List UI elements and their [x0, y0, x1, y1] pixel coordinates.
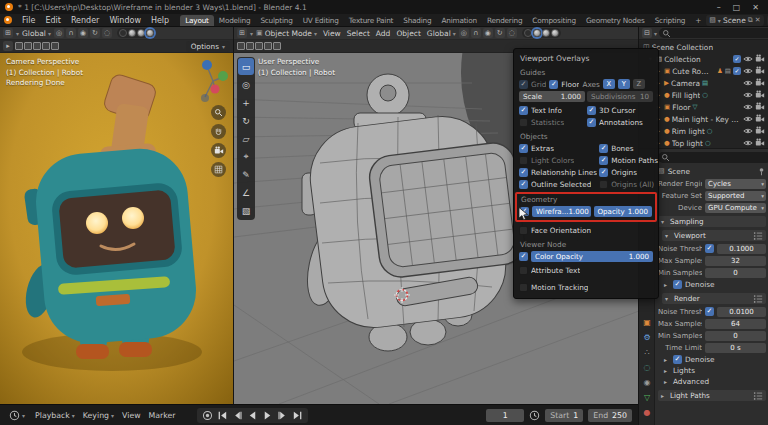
camera-view-icon[interactable]: [211, 143, 226, 158]
subdivisions-slider[interactable]: Subdivisions10: [587, 91, 653, 102]
constraints-tab[interactable]: ◉: [640, 376, 654, 389]
viewport-menu-object[interactable]: Object: [393, 29, 423, 38]
annotate-tool[interactable]: ✎: [238, 166, 254, 183]
menu-help[interactable]: Help: [146, 16, 174, 25]
workspace-tab-compositing[interactable]: Compositing: [527, 15, 581, 26]
workspace-tab-animation[interactable]: Animation: [436, 15, 481, 26]
max-samples-field[interactable]: 64: [705, 319, 766, 329]
maximize-button[interactable]: □: [733, 3, 741, 12]
outliner-search[interactable]: [659, 28, 768, 38]
camera-restriction-icon[interactable]: [755, 78, 765, 88]
play-reverse-button[interactable]: [246, 409, 259, 422]
particles-tab[interactable]: ∴: [640, 346, 654, 359]
timeline-menu-keying[interactable]: Keying▾: [80, 411, 117, 420]
modifiers-tab[interactable]: ⚙: [640, 331, 654, 344]
attribute-text-checkbox[interactable]: [519, 266, 528, 275]
prev-keyframe-button[interactable]: [231, 409, 244, 422]
gizmo-icon[interactable]: ↻: [495, 28, 505, 38]
mode-dropdown[interactable]: ▣ Object Mode▾: [256, 29, 317, 38]
workspace-tab-layout[interactable]: Layout: [180, 15, 214, 26]
editor-type-icon[interactable]: ⊞: [3, 28, 13, 38]
workspace-tab-modeling[interactable]: Modeling: [214, 15, 256, 26]
scene-selector[interactable]: ▧ ▾ Scene ⧉ ✕: [706, 15, 763, 26]
physics-tab[interactable]: ◌: [640, 361, 654, 374]
preset-icon[interactable]: [753, 391, 763, 401]
menu-render[interactable]: Render: [66, 16, 104, 25]
wireframe-shading-button[interactable]: [524, 29, 532, 37]
pin-icon[interactable]: [757, 167, 766, 176]
viewport-menu-select[interactable]: Select: [344, 29, 373, 38]
max-samples-field[interactable]: 32: [705, 256, 766, 266]
workspace-tab-rendering[interactable]: Rendering: [482, 15, 527, 26]
object-tab[interactable]: ▣: [640, 316, 654, 329]
gizmo-icon[interactable]: ↻: [90, 28, 100, 38]
opacity-slider[interactable]: Opacity1.000: [594, 206, 653, 217]
axis-y-button[interactable]: Y: [618, 79, 630, 89]
outliner-search-input[interactable]: [673, 29, 768, 37]
camera-restriction-icon[interactable]: [755, 138, 765, 148]
eye-icon[interactable]: [743, 78, 753, 88]
relationship-lines-checkbox[interactable]: ✓: [519, 168, 528, 177]
solid-shading-button[interactable]: [128, 29, 136, 37]
noise-thresh--field[interactable]: 0.0100: [717, 307, 766, 317]
row-denoise[interactable]: ▸✓Denoise: [658, 354, 766, 365]
outline-selected-checkbox[interactable]: ✓: [519, 180, 528, 189]
select-intersect-icon[interactable]: [51, 42, 59, 50]
workspace-tab-sculpting[interactable]: Sculpting: [255, 15, 297, 26]
axis-x-button[interactable]: X: [603, 79, 615, 89]
extras-checkbox[interactable]: ✓: [519, 144, 528, 153]
noise-thresh--checkbox[interactable]: ✓: [705, 244, 714, 253]
floor-checkbox[interactable]: ✓: [549, 80, 558, 89]
noise-thresh--field[interactable]: 0.1000: [717, 244, 766, 254]
transform-tool[interactable]: ⌖: [238, 148, 254, 165]
snap-magnet-icon[interactable]: ∩: [471, 28, 481, 38]
rendered-shading-button[interactable]: [551, 29, 559, 37]
camera-restriction-icon[interactable]: [755, 102, 765, 112]
cursor-tool[interactable]: ◎: [238, 76, 254, 93]
eye-icon[interactable]: [743, 54, 753, 64]
3d-cursor-checkbox[interactable]: ✓: [587, 106, 596, 115]
min-samples-field[interactable]: 0: [705, 331, 766, 341]
origins-all--checkbox[interactable]: [599, 180, 608, 189]
snap-magnet-icon[interactable]: ∩: [66, 28, 76, 38]
material-shading-button[interactable]: [137, 29, 145, 37]
eye-icon[interactable]: [743, 66, 753, 76]
measure-tool[interactable]: ∠: [238, 184, 254, 201]
preset-icon[interactable]: [753, 231, 763, 241]
min-samples-field[interactable]: 0: [705, 268, 766, 278]
next-keyframe-button[interactable]: [276, 409, 289, 422]
color-opacity-checkbox[interactable]: ✓: [519, 252, 528, 261]
auto-keying-record-icon[interactable]: [201, 409, 214, 422]
section-sampling[interactable]: ▾Sampling: [658, 216, 766, 227]
pivot-point-icon[interactable]: ◎: [459, 28, 469, 38]
scale-tool[interactable]: ▱: [238, 130, 254, 147]
move-tool[interactable]: +: [238, 94, 254, 111]
select-intersect-icon[interactable]: [273, 42, 281, 50]
navigation-gizmo[interactable]: [193, 57, 229, 103]
origins-checkbox[interactable]: ✓: [599, 168, 608, 177]
object-data-tab[interactable]: ▽: [640, 391, 654, 404]
active-tool-icon[interactable]: ▸: [3, 41, 13, 51]
select-extend-icon[interactable]: [24, 42, 32, 50]
bones-checkbox[interactable]: ✓: [599, 144, 608, 153]
denoise-checkbox[interactable]: ✓: [673, 280, 682, 289]
unlink-scene-icon[interactable]: ✕: [755, 16, 761, 24]
outliner-display-mode-icon[interactable]: ⊟: [642, 28, 652, 38]
pivot-point-icon[interactable]: ◎: [54, 28, 64, 38]
select-invert-icon[interactable]: [42, 42, 50, 50]
rotate-tool[interactable]: ↻: [238, 112, 254, 129]
menu-window[interactable]: Window: [104, 16, 146, 25]
frame-time-toggle-icon[interactable]: [529, 410, 540, 421]
axis-z-button[interactable]: Z: [633, 79, 645, 89]
select-extend-icon[interactable]: [246, 42, 254, 50]
solid-shading-button[interactable]: [533, 29, 541, 37]
menu-file[interactable]: File: [17, 16, 40, 25]
blender-menu-icon[interactable]: [4, 16, 12, 24]
eye-icon[interactable]: [743, 138, 753, 148]
camera-restriction-icon[interactable]: [755, 54, 765, 64]
properties-search[interactable]: [658, 152, 768, 163]
editor-type-icon[interactable]: ⊞: [237, 28, 247, 38]
zoom-icon[interactable]: [211, 105, 226, 120]
play-forward-button[interactable]: [261, 409, 274, 422]
pan-hand-icon[interactable]: [211, 124, 226, 139]
